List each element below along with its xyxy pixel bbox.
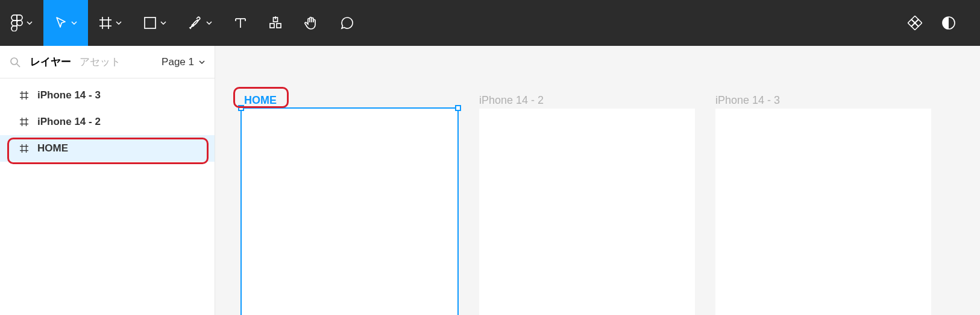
- layer-label: iPhone 14 - 3: [37, 89, 101, 101]
- shape-tool-button[interactable]: [133, 0, 177, 46]
- chevron-down-icon: [116, 21, 122, 25]
- canvas[interactable]: HOME iPhone 14 - 2 iPhone 14 - 3: [215, 46, 980, 315]
- frame-iphone14-2[interactable]: [479, 109, 695, 315]
- frame-tool-button[interactable]: [88, 0, 133, 46]
- chevron-down-icon: [206, 21, 212, 25]
- text-icon: [234, 16, 247, 30]
- svg-point-0: [17, 21, 22, 26]
- pen-icon: [188, 16, 203, 30]
- frame-icon: [19, 91, 29, 100]
- selection-handle-ne[interactable]: [455, 105, 461, 111]
- plugins-icon: [908, 16, 922, 30]
- figma-logo-icon: [11, 14, 23, 31]
- svg-point-6: [192, 25, 194, 27]
- svg-rect-17: [911, 23, 918, 30]
- layer-item-home[interactable]: HOME: [0, 135, 215, 162]
- chevron-down-icon: [160, 21, 166, 25]
- rectangle-icon: [143, 16, 157, 30]
- toolbar-right: [898, 0, 980, 46]
- comment-tool-button[interactable]: [329, 0, 365, 46]
- svg-line-22: [17, 64, 20, 67]
- resources-icon: [269, 16, 282, 30]
- page-picker-label: Page 1: [162, 56, 194, 68]
- dark-mode-button[interactable]: [932, 0, 966, 46]
- svg-rect-16: [911, 16, 918, 22]
- move-tool-button[interactable]: [43, 0, 88, 46]
- main-menu-button[interactable]: [0, 0, 43, 46]
- contrast-icon: [941, 16, 956, 30]
- frame-home[interactable]: [242, 109, 457, 315]
- frame-icon: [19, 144, 29, 153]
- resources-tool-button[interactable]: [258, 0, 293, 46]
- tab-assets[interactable]: アセット: [80, 55, 121, 69]
- toolbar: [0, 0, 980, 46]
- tab-layers[interactable]: レイヤー: [30, 55, 71, 69]
- svg-rect-19: [915, 19, 922, 26]
- comment-icon: [340, 16, 354, 30]
- left-panel-header: レイヤー アセット Page 1: [0, 46, 215, 78]
- frame-label-home[interactable]: HOME: [244, 94, 277, 107]
- left-panel: レイヤー アセット Page 1 iPhone 14 - 3 iPhone: [0, 46, 215, 315]
- pen-tool-button[interactable]: [177, 0, 223, 46]
- chevron-down-icon: [71, 21, 77, 25]
- layer-item-iphone14-2[interactable]: iPhone 14 - 2: [0, 109, 215, 135]
- frame-iphone14-3[interactable]: [715, 109, 931, 315]
- layer-label: HOME: [37, 142, 68, 154]
- layer-label: iPhone 14 - 2: [37, 116, 101, 128]
- frame-label-iphone14-2[interactable]: iPhone 14 - 2: [479, 94, 544, 107]
- hand-icon: [304, 16, 318, 30]
- cursor-icon: [54, 16, 68, 30]
- svg-rect-11: [270, 24, 274, 28]
- layer-item-iphone14-3[interactable]: iPhone 14 - 3: [0, 82, 215, 109]
- text-tool-button[interactable]: [223, 0, 258, 46]
- hand-tool-button[interactable]: [293, 0, 329, 46]
- svg-point-21: [11, 58, 17, 65]
- frame-icon: [19, 117, 29, 127]
- chevron-down-icon: [27, 21, 33, 25]
- svg-rect-12: [277, 24, 281, 28]
- chevron-down-icon: [199, 60, 205, 64]
- body: レイヤー アセット Page 1 iPhone 14 - 3 iPhone: [0, 46, 980, 315]
- svg-rect-5: [145, 18, 155, 28]
- plugins-button[interactable]: [898, 0, 932, 46]
- page-picker[interactable]: Page 1: [162, 56, 205, 68]
- layers-list: iPhone 14 - 3 iPhone 14 - 2 HOME: [0, 78, 215, 162]
- frame-icon: [99, 16, 112, 30]
- search-icon[interactable]: [10, 57, 20, 68]
- frame-label-iphone14-3[interactable]: iPhone 14 - 3: [715, 94, 780, 107]
- svg-rect-18: [908, 19, 914, 26]
- selection-handle-nw[interactable]: [238, 105, 244, 111]
